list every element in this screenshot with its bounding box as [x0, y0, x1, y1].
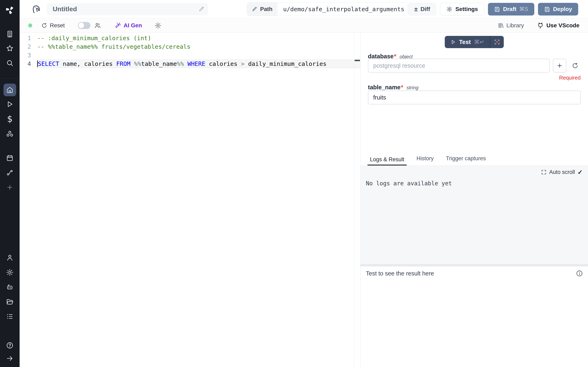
sidebar-item-routes[interactable]: [4, 167, 16, 178]
code-text: -- %%table_name%% fruits/vegetables/cere…: [37, 42, 360, 51]
code-line[interactable]: 2-- %%table_name%% fruits/vegetables/cer…: [20, 42, 360, 51]
edit-path-pencil-icon: [252, 7, 257, 12]
top-bar: Path u/demo/safe_interpolated_arguments …: [20, 0, 588, 18]
add-item-button[interactable]: [4, 182, 16, 193]
add-resource-button[interactable]: [553, 59, 566, 73]
capture-button[interactable]: [490, 36, 504, 48]
code-lines: 1-- :daily_minimum_calories (int)2-- %%t…: [20, 34, 360, 68]
check-icon: ✓: [578, 169, 583, 176]
sidebar: $: [0, 0, 20, 367]
windmill-logo[interactable]: [4, 4, 16, 16]
gear-icon: [446, 6, 452, 12]
deploy-button[interactable]: Deploy: [538, 3, 578, 16]
run-panel: Test ⌘↵ database* object Required: [360, 33, 588, 367]
code-text: [37, 51, 360, 59]
logs-result-divider[interactable]: [361, 264, 588, 267]
tab-history[interactable]: History: [414, 155, 436, 166]
plus-icon: [556, 62, 563, 69]
reset-button[interactable]: Reset: [41, 22, 65, 29]
sidebar-item-variables[interactable]: $: [4, 113, 16, 125]
path-selector[interactable]: Path u/demo/safe_interpolated_arguments: [247, 2, 408, 16]
workspace-icon[interactable]: [4, 28, 16, 40]
save-icon: [494, 6, 500, 12]
script-title-input[interactable]: [47, 5, 208, 13]
diff-icon: ±: [414, 6, 417, 12]
code-editor[interactable]: 1-- :daily_minimum_calories (int)2-- %%t…: [20, 33, 360, 367]
diff-button[interactable]: ± Diff: [408, 3, 436, 16]
result-area: Test to see the result here: [361, 267, 588, 367]
required-error: Required: [559, 75, 581, 81]
line-number: 3: [20, 51, 37, 59]
result-empty-message: Test to see the result here: [366, 270, 434, 277]
refresh-icon: [572, 62, 579, 69]
logs-area: Auto scroll ✓ No logs are available yet: [361, 166, 588, 264]
path-value: u/demo/safe_interpolated_arguments: [277, 3, 408, 16]
logs-empty-message: No logs are available yet: [366, 180, 452, 187]
play-icon: [450, 39, 456, 45]
save-icon: [544, 6, 550, 12]
wand-icon: [114, 22, 121, 29]
path-label: Path: [260, 6, 273, 12]
favorites-icon[interactable]: [4, 43, 16, 54]
use-vscode-button[interactable]: Use VScode: [537, 22, 579, 29]
sidebar-item-settings[interactable]: [4, 267, 16, 278]
capture-frame-icon: [494, 39, 500, 45]
line-number: 4: [20, 59, 37, 68]
search-icon[interactable]: [4, 57, 16, 69]
line-number: 1: [20, 34, 37, 42]
database-input[interactable]: [368, 59, 550, 73]
code-line[interactable]: 4SELECT name, calories FROM %%table_name…: [20, 59, 360, 68]
sidebar-item-resources[interactable]: [4, 128, 16, 140]
library-icon: [498, 22, 504, 29]
postgresql-icon: [31, 4, 42, 15]
status-dot: [28, 24, 32, 27]
test-button[interactable]: Test ⌘↵: [445, 36, 490, 48]
draft-shortcut: ⌘S: [519, 6, 528, 12]
panel-tabs: Logs & Result History Trigger captures: [361, 155, 588, 166]
refresh-resources-button[interactable]: [570, 59, 581, 73]
code-line[interactable]: 3: [20, 51, 360, 59]
test-bar: Test ⌘↵: [445, 36, 504, 48]
collab-toggle[interactable]: [78, 22, 90, 29]
sidebar-item-runs[interactable]: [4, 99, 16, 110]
sidebar-item-schedules[interactable]: [4, 152, 16, 164]
editor-toolbar: Reset AI Gen Library Use VScode: [20, 18, 588, 33]
script-title-field[interactable]: [47, 3, 208, 15]
sidebar-item-workers[interactable]: [4, 281, 16, 293]
code-text: SELECT name, calories FROM %%table_name%…: [37, 59, 360, 68]
users-icon[interactable]: [94, 22, 101, 29]
auto-scroll-toggle[interactable]: Auto scroll ✓: [541, 169, 583, 176]
table-name-field-label: table_name* string: [368, 84, 419, 91]
script-settings-gear-icon[interactable]: [155, 22, 162, 29]
reset-icon: [41, 22, 47, 29]
library-button[interactable]: Library: [498, 22, 524, 29]
expand-sidebar-icon[interactable]: [4, 353, 16, 364]
expand-icon: [541, 169, 546, 175]
ai-gen-button[interactable]: AI Gen: [114, 22, 142, 29]
code-line[interactable]: 1-- :daily_minimum_calories (int): [20, 34, 360, 42]
test-shortcut: ⌘↵: [474, 39, 484, 45]
overview-ruler-mark: [355, 60, 360, 61]
settings-button[interactable]: Settings: [440, 3, 484, 16]
edit-title-pencil-icon[interactable]: [199, 6, 204, 12]
help-icon[interactable]: [4, 340, 16, 351]
sidebar-item-user[interactable]: [4, 252, 16, 263]
info-icon[interactable]: [576, 270, 583, 277]
sidebar-item-home[interactable]: [3, 83, 16, 96]
table-name-input[interactable]: [368, 91, 581, 104]
draft-button[interactable]: Draft ⌘S: [488, 3, 534, 16]
sidebar-item-audit-logs[interactable]: [4, 311, 16, 322]
tab-logs-result[interactable]: Logs & Result: [367, 156, 407, 166]
editor-minimap[interactable]: [354, 33, 360, 367]
sidebar-item-folders[interactable]: [4, 296, 16, 308]
line-number: 2: [20, 42, 37, 51]
tab-trigger-captures[interactable]: Trigger captures: [443, 155, 488, 166]
code-text: -- :daily_minimum_calories (int): [37, 34, 360, 42]
sidebar-divider: [0, 78, 20, 79]
vscode-cat-icon: [537, 22, 544, 29]
